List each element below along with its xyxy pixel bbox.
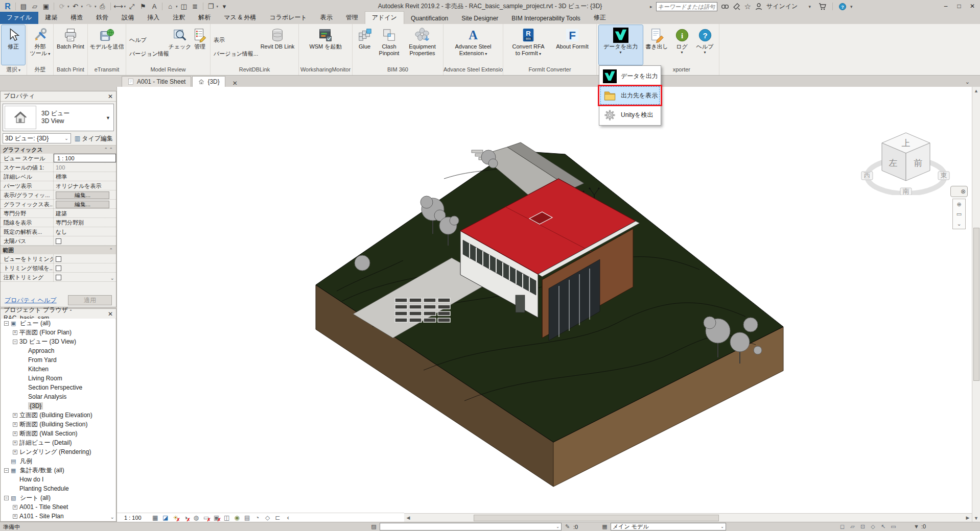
ribbon-tab-2[interactable]: 構造: [64, 12, 89, 24]
viewcube-front-label[interactable]: 前: [914, 158, 923, 168]
tree-expander-icon[interactable]: −: [13, 340, 17, 344]
property-checkbox[interactable]: [56, 266, 61, 271]
select-elements-by-face-icon[interactable]: ◇: [869, 523, 877, 530]
tree-expander-icon[interactable]: +: [13, 450, 17, 454]
default-3d-view-dropdown-arrow[interactable]: ▾: [176, 5, 178, 9]
measure-button[interactable]: ⟷: [113, 2, 124, 12]
select-pinned-elements-icon[interactable]: ⊡: [858, 523, 867, 530]
type-selector[interactable]: 3D ビュー 3D View ▼: [3, 104, 114, 131]
vertical-scrollbar[interactable]: ▲ ▼: [972, 87, 980, 522]
tree-expander-icon[interactable]: −: [4, 468, 9, 473]
ribbon-tab-10[interactable]: 表示: [314, 12, 339, 24]
ribbon-tab-8[interactable]: マス & 外構: [217, 12, 263, 24]
ribbon-tab-14[interactable]: Site Designer: [455, 13, 505, 24]
detail-level-icon[interactable]: ▦: [151, 514, 160, 522]
undo-dropdown-arrow[interactable]: ▾: [81, 5, 83, 9]
open-button[interactable]: ▱: [30, 2, 40, 12]
ribbon-panel-label-8[interactable]: Advance Steel Extension: [444, 65, 503, 75]
ribbon-tab-16[interactable]: 修正: [587, 12, 613, 24]
switch-windows-button[interactable]: ❐: [206, 2, 216, 12]
tree-item-5[interactable]: Kitchen: [1, 365, 115, 374]
displaced-elements-icon[interactable]: ◇: [263, 514, 272, 522]
collapse-range-icon[interactable]: ⌃: [109, 248, 113, 253]
property-value[interactable]: 建築: [54, 209, 116, 218]
ribbon-tab-11[interactable]: 管理: [339, 12, 365, 24]
property-value[interactable]: なし: [54, 227, 116, 236]
ribbon-tab-12[interactable]: アドイン: [365, 11, 404, 24]
ribbon-button-10-3[interactable]: ?ヘルプ▾: [693, 25, 717, 65]
property-value[interactable]: オリジナルを表示: [54, 181, 116, 190]
tree-item-6[interactable]: Living Room: [1, 374, 115, 383]
sign-in-label[interactable]: サインイン: [766, 2, 798, 11]
scroll-left-arrow[interactable]: ◀: [404, 514, 412, 522]
tree-expander-icon[interactable]: −: [4, 496, 9, 500]
view-scale-label[interactable]: 1 : 100: [124, 515, 142, 521]
text-button[interactable]: A: [149, 2, 159, 12]
save-button[interactable]: ▣: [41, 2, 51, 12]
view-tab-1[interactable]: {3D}: [192, 76, 225, 87]
ribbon-button-10-1[interactable]: 書き出し: [643, 25, 671, 65]
viewcube-south-label[interactable]: 南: [903, 187, 909, 195]
tree-item-8[interactable]: Solar Analysis: [1, 392, 115, 401]
ribbon-button-10-0[interactable]: データを出力▾: [599, 25, 643, 65]
ribbon-button-9-0[interactable]: RRFAConvert RFAto FormIt ▾: [506, 25, 551, 65]
worksets-combo[interactable]: ⌄: [380, 523, 562, 530]
temporary-view-properties-icon[interactable]: ▤: [243, 514, 252, 522]
apply-button[interactable]: 適用: [68, 295, 112, 305]
infocenter-collapse-icon[interactable]: ▸: [650, 4, 652, 9]
tree-item-9[interactable]: {3D}: [1, 401, 115, 411]
undo-button[interactable]: ↶: [71, 2, 81, 12]
horizontal-scroll-thumb[interactable]: [474, 515, 719, 521]
measure-dropdown-arrow[interactable]: ▾: [124, 5, 126, 9]
tree-item-21[interactable]: +A101 - Site Plan: [1, 512, 115, 521]
pan-icon[interactable]: ▭: [954, 210, 964, 218]
tree-expander-icon[interactable]: +: [13, 422, 17, 427]
reveal-constraints-icon[interactable]: ⊏: [273, 514, 283, 522]
collapse-icon[interactable]: ‹: [284, 514, 293, 522]
ribbon-button-8-0[interactable]: AAdvance SteelExtension ▾: [446, 25, 500, 65]
navigation-wheel-button[interactable]: ⊗: [950, 186, 968, 197]
file-properties-button[interactable]: ▤: [18, 2, 29, 12]
collapse-section-icon[interactable]: ⌃ ⌃: [104, 147, 113, 152]
scroll-up-arrow[interactable]: ▲: [972, 87, 980, 94]
ribbon-panel-label-5[interactable]: RevitDBLink: [211, 65, 298, 75]
property-value[interactable]: 専門分野別: [54, 218, 116, 227]
edit-type-button[interactable]: ▥ タイプ編集: [74, 134, 114, 143]
switch-windows-dropdown-arrow[interactable]: ▾: [217, 5, 219, 9]
tree-item-1[interactable]: +平面図 (Floor Plan): [1, 328, 115, 337]
sun-path-icon[interactable]: ☀✗: [171, 514, 180, 522]
tag-by-category-button[interactable]: ⚑: [138, 2, 148, 12]
browser-scroll-down-icon[interactable]: ⌄: [110, 514, 114, 520]
ribbon-button-6-0[interactable]: WSM を起動: [301, 25, 349, 65]
tree-item-14[interactable]: +レンダリング (Rendering): [1, 447, 115, 456]
ribbon-panel-label-6[interactable]: WorksharingMonitor: [299, 65, 352, 75]
section-button[interactable]: ◫: [179, 2, 189, 12]
ribbon-button-9-1[interactable]: FAbout FormIt: [551, 25, 594, 65]
horizontal-scrollbar[interactable]: ◀ ▶: [404, 513, 972, 522]
temporary-hide-isolate-icon[interactable]: ◫: [222, 514, 231, 522]
scroll-down-arrow[interactable]: ▼: [972, 514, 980, 522]
tree-item-10[interactable]: +立面図 (Building Elevation): [1, 411, 115, 420]
ribbon-tab-3[interactable]: 鉄骨: [89, 12, 115, 24]
view-tab-close-icon[interactable]: ✕: [230, 80, 240, 87]
dropdown-item-1[interactable]: 出力先を表示: [600, 86, 660, 105]
tree-item-2[interactable]: −3D ビュー (3D View): [1, 337, 115, 346]
ribbon-small-button-5-0-0[interactable]: 表示: [212, 36, 227, 44]
property-value[interactable]: 標準: [54, 172, 116, 181]
close-button[interactable]: ✕: [966, 0, 979, 12]
crop-region-visibility-icon[interactable]: ▣✗: [212, 514, 221, 522]
ribbon-panel-label-7[interactable]: BIM 360: [353, 65, 443, 75]
ribbon-panel-label-3[interactable]: eTransmit: [88, 65, 126, 75]
tree-item-7[interactable]: Section Perspective: [1, 383, 115, 392]
tree-expander-icon[interactable]: −: [4, 321, 9, 326]
aligned-dimension-button[interactable]: ⤢: [127, 2, 137, 12]
sign-in-dropdown-arrow[interactable]: ▾: [808, 4, 811, 9]
tree-item-4[interactable]: From Yard: [1, 355, 115, 365]
property-checkbox[interactable]: [56, 256, 61, 262]
filter-icon[interactable]: ▼: [913, 523, 920, 530]
tree-item-0[interactable]: −▣ビュー (all): [1, 319, 115, 328]
ribbon-tab-1[interactable]: 建築: [38, 12, 64, 24]
tree-item-3[interactable]: Approach: [1, 346, 115, 355]
property-checkbox[interactable]: [56, 238, 61, 244]
ribbon-button-5-1[interactable]: Revit DB Link: [258, 25, 297, 65]
